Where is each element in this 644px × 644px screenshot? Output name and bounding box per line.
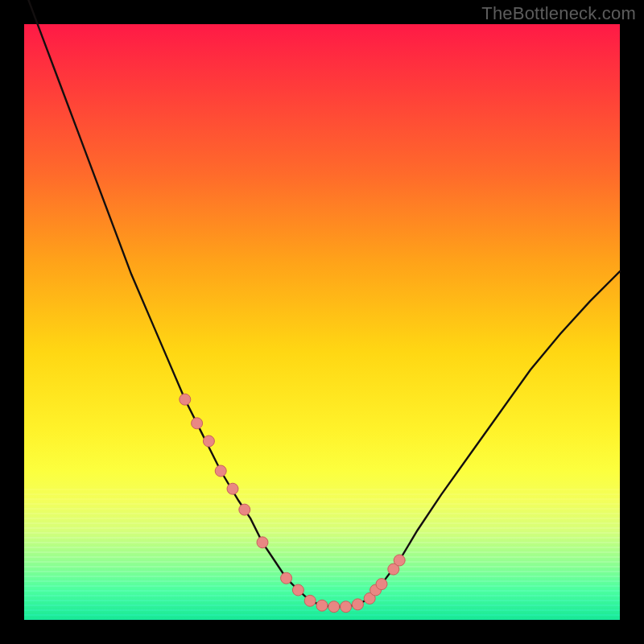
curve-marker bbox=[352, 599, 363, 610]
curve-marker bbox=[394, 555, 405, 566]
curve-marker bbox=[215, 465, 226, 477]
curve-marker bbox=[257, 537, 268, 548]
curve-marker bbox=[281, 572, 292, 584]
curve-marker bbox=[180, 394, 191, 405]
curve-marker bbox=[328, 601, 340, 613]
curve-markers bbox=[180, 394, 405, 613]
curve-marker bbox=[227, 483, 238, 494]
curve-marker bbox=[316, 600, 328, 611]
bottleneck-curve bbox=[24, 0, 620, 607]
curve-svg bbox=[24, 24, 620, 620]
curve-marker bbox=[192, 418, 203, 429]
plot-area bbox=[24, 24, 620, 620]
curve-marker bbox=[239, 504, 250, 515]
watermark-text: TheBottleneck.com bbox=[481, 3, 636, 24]
chart-frame: TheBottleneck.com bbox=[0, 0, 644, 644]
curve-marker bbox=[304, 595, 316, 606]
curve-marker bbox=[203, 436, 214, 447]
curve-marker bbox=[376, 579, 387, 590]
curve-marker bbox=[292, 584, 303, 596]
curve-marker bbox=[341, 601, 352, 613]
